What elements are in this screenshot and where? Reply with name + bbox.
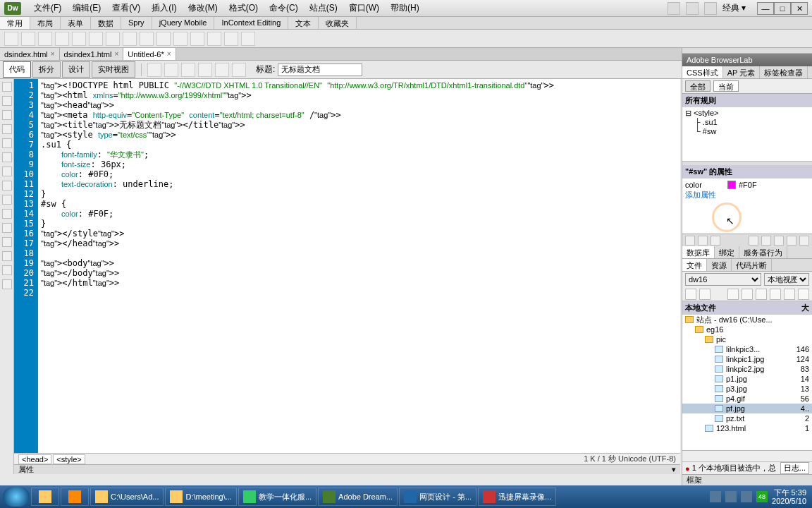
css-tabs-0[interactable]: CSS样式 <box>682 66 723 78</box>
menu-命令(C)[interactable]: 命令(C) <box>264 2 304 14</box>
file-eg16[interactable]: eg16 <box>682 325 812 334</box>
insert-tab-1[interactable]: 布局 <box>30 17 61 29</box>
site-select[interactable]: dw16 <box>685 273 761 286</box>
maximize-button[interactable]: □ <box>774 2 791 15</box>
checkout-icon[interactable] <box>756 289 767 300</box>
insert-icon-13[interactable] <box>224 32 238 46</box>
panel-collapse-icon[interactable]: ▾ <box>672 465 676 474</box>
insert-icon-6[interactable] <box>106 32 120 46</box>
insert-icon-5[interactable] <box>89 32 103 46</box>
insert-tab-8[interactable]: 收藏夹 <box>319 17 357 29</box>
insert-icon-1[interactable] <box>21 32 35 46</box>
col-name[interactable]: 本地文件 <box>685 303 801 313</box>
close-tab-icon[interactable]: × <box>51 50 55 58</box>
tray-icon-3[interactable] <box>741 491 752 502</box>
css-tabs-2[interactable]: 标签检查器 <box>760 66 808 78</box>
new-rule-icon[interactable] <box>761 236 771 246</box>
file-站点 - dw16 (C:\Use...[interactable]: 站点 - dw16 (C:\Use... <box>682 315 812 325</box>
code-tool-4[interactable] <box>2 138 12 148</box>
view-实时视图[interactable]: 实时视图 <box>92 61 135 78</box>
menu-帮助(H)[interactable]: 帮助(H) <box>385 2 425 14</box>
live-code-icon[interactable] <box>147 63 161 77</box>
menu-站点(S)[interactable]: 站点(S) <box>304 2 343 14</box>
code-tool-13[interactable] <box>2 265 12 275</box>
file-tabs-2[interactable]: 代码片断 <box>732 259 772 271</box>
code-tool-3[interactable] <box>2 124 12 134</box>
show-category-icon[interactable] <box>685 236 695 246</box>
doc-tab-1[interactable]: dsindex1.html× <box>60 48 124 60</box>
menu-修改(M)[interactable]: 修改(M) <box>183 2 223 14</box>
col-size[interactable]: 大 <box>801 303 809 313</box>
insert-icon-8[interactable] <box>140 32 154 46</box>
file-linkpic1.jpg[interactable]: linkpic1.jpg124 <box>682 354 812 364</box>
insert-icon-14[interactable] <box>241 32 255 46</box>
title-input[interactable] <box>278 64 362 76</box>
code-editor[interactable]: 12345678910111213141516171819202122 "tag… <box>14 79 680 453</box>
file-pic[interactable]: pic <box>682 334 812 344</box>
css-tabs-1[interactable]: AP 元素 <box>723 66 761 78</box>
rule-sw[interactable]: └ #sw <box>685 127 809 136</box>
task-0[interactable]: C:\Users\Ad... <box>90 488 164 506</box>
insert-icon-0[interactable] <box>4 32 18 46</box>
file-tabs-0[interactable]: 文件 <box>682 259 707 271</box>
log-button[interactable]: 日志... <box>780 462 809 474</box>
css-properties-grid[interactable]: color #F0F 添加属性 ↖ <box>682 179 812 234</box>
options-icon[interactable] <box>232 63 246 77</box>
show-list-icon[interactable] <box>698 236 708 246</box>
code-tool-14[interactable] <box>2 279 12 289</box>
insert-icon-7[interactable] <box>123 32 137 46</box>
rule-su1[interactable]: ├ .su1 <box>685 118 809 127</box>
insert-tab-2[interactable]: 表单 <box>61 17 91 29</box>
insert-icon-11[interactable] <box>190 32 204 46</box>
task-1[interactable]: D:\meeting\... <box>165 488 236 506</box>
file-123.html[interactable]: 123.html1 <box>682 423 812 433</box>
show-set-icon[interactable] <box>710 236 720 246</box>
refresh-files-icon[interactable] <box>699 289 710 300</box>
menu-文件(F)[interactable]: 文件(F) <box>28 2 67 14</box>
put-icon[interactable] <box>742 289 753 300</box>
add-property-link[interactable]: 添加属性 <box>685 190 716 200</box>
layout-icon-3[interactable] <box>704 2 717 15</box>
menu-编辑(E)[interactable]: 编辑(E) <box>67 2 106 14</box>
insert-tab-7[interactable]: 文本 <box>288 17 319 29</box>
file-scrollbar[interactable] <box>682 450 812 461</box>
css-all-button[interactable]: 全部 <box>685 80 710 92</box>
code-tool-8[interactable] <box>2 195 12 205</box>
code-tool-0[interactable] <box>2 82 12 92</box>
file-tabs-1[interactable]: 资源 <box>707 259 732 271</box>
close-tab-icon[interactable]: × <box>114 50 118 58</box>
checkin-icon[interactable] <box>770 289 781 300</box>
delete-icon[interactable] <box>799 236 809 246</box>
view-拆分[interactable]: 拆分 <box>32 61 61 78</box>
disable-icon[interactable] <box>787 236 796 246</box>
layout-icon-1[interactable] <box>668 2 680 15</box>
layout-icon-2[interactable] <box>686 2 699 15</box>
workspace-switcher[interactable]: 经典 ▾ <box>720 2 749 14</box>
menu-格式(O)[interactable]: 格式(O) <box>223 2 264 14</box>
taskbar-clock[interactable]: 下午 5:39 2020/5/10 <box>772 488 809 505</box>
nav-icon[interactable] <box>198 63 212 77</box>
view-select[interactable]: 本地视图 <box>764 273 809 286</box>
file-pf.jpg[interactable]: pf.jpg4.. <box>682 404 812 413</box>
code-tool-12[interactable] <box>2 251 12 261</box>
tag-crumb[interactable]: <style> <box>53 454 85 464</box>
code-tool-10[interactable] <box>2 223 12 233</box>
db-tabs-1[interactable]: 绑定 <box>715 246 739 258</box>
insert-icon-12[interactable] <box>207 32 221 46</box>
doc-tab-2[interactable]: Untitled-6*× <box>123 48 176 60</box>
color-swatch[interactable] <box>727 181 736 189</box>
insert-tab-5[interactable]: jQuery Mobile <box>152 17 215 29</box>
task-2[interactable]: 教学一体化服... <box>238 488 316 506</box>
task-3[interactable]: Adobe Dream... <box>318 488 398 506</box>
frames-panel-title[interactable]: 框架 <box>682 474 812 485</box>
css-rules-tree[interactable]: ⊟ <style> ├ .su1 └ #sw <box>682 107 812 161</box>
file-p1.jpg[interactable]: p1.jpg14 <box>682 374 812 384</box>
menu-窗口(W)[interactable]: 窗口(W) <box>343 2 385 14</box>
sync-icon[interactable] <box>784 289 795 300</box>
file-tree[interactable]: 站点 - dw16 (C:\Use...eg16piclilnkpic3...1… <box>682 315 812 450</box>
minimize-button[interactable]: — <box>757 2 774 15</box>
code-tool-6[interactable] <box>2 167 12 176</box>
insert-tab-0[interactable]: 常用 <box>0 17 30 29</box>
insert-icon-9[interactable] <box>156 32 171 46</box>
refresh-icon[interactable] <box>215 63 229 77</box>
